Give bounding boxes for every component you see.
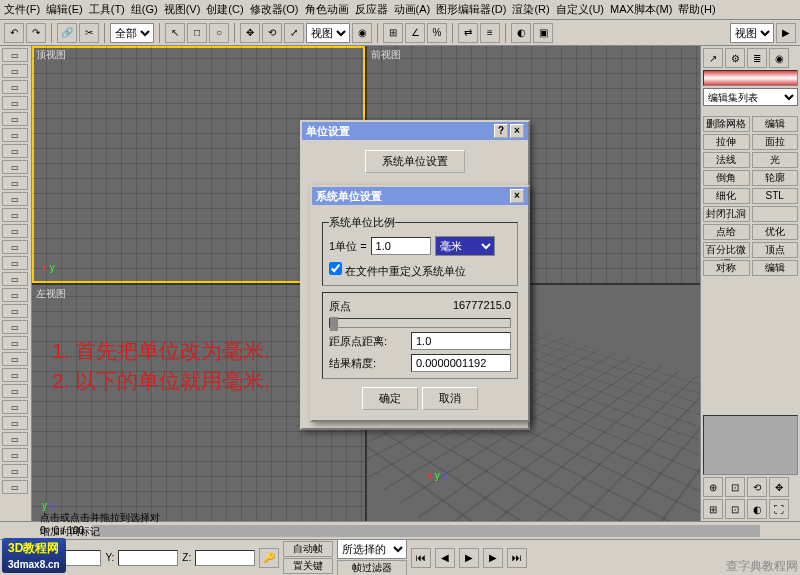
tab-icon[interactable]: ▭ xyxy=(2,448,28,462)
unit-type-select[interactable]: 毫米 xyxy=(435,236,495,256)
panel-button[interactable]: 编辑 xyxy=(752,116,799,132)
system-units-button[interactable]: 系统单位设置 xyxy=(365,150,465,173)
menu-customize[interactable]: 自定义(U) xyxy=(556,2,604,17)
menu-help[interactable]: 帮助(H) xyxy=(678,2,715,17)
tab-icon[interactable]: ▭ xyxy=(2,208,28,222)
play-icon[interactable]: ▶ xyxy=(459,548,479,568)
undo-icon[interactable]: ↶ xyxy=(4,23,24,43)
menu-tools[interactable]: 工具(T) xyxy=(89,2,125,17)
setkey-button[interactable]: 置关键 xyxy=(283,558,333,574)
panel-button[interactable]: 法线 xyxy=(703,152,750,168)
menu-character[interactable]: 角色动画 xyxy=(305,2,349,17)
timeline-track[interactable] xyxy=(92,525,760,537)
tab-icon[interactable]: ▭ xyxy=(2,384,28,398)
autokey-button[interactable]: 自动帧 xyxy=(283,541,333,557)
modifier-list[interactable]: 编辑集列表 xyxy=(703,88,798,106)
tab-icon[interactable]: ▭ xyxy=(2,80,28,94)
percent-snap-icon[interactable]: % xyxy=(427,23,447,43)
move-icon[interactable]: ✥ xyxy=(240,23,260,43)
tab-icon[interactable]: ▭ xyxy=(2,320,28,334)
selection-filter[interactable]: 全部 xyxy=(110,23,154,43)
panel-button[interactable]: 拉伸 xyxy=(703,134,750,150)
motion-tab-icon[interactable]: ◉ xyxy=(769,48,789,68)
play-icon[interactable]: ▶ xyxy=(776,23,796,43)
tab-icon[interactable]: ▭ xyxy=(2,224,28,238)
tab-icon[interactable]: ▭ xyxy=(2,480,28,494)
panel-button[interactable]: 光 xyxy=(752,152,799,168)
redefine-checkbox[interactable] xyxy=(329,262,342,275)
close-icon[interactable]: × xyxy=(510,189,524,203)
panel-button[interactable]: 百分比微调 xyxy=(703,242,750,258)
nav-icon[interactable]: ⟲ xyxy=(747,477,767,497)
select-lasso-icon[interactable]: ○ xyxy=(209,23,229,43)
tab-icon[interactable]: ▭ xyxy=(2,464,28,478)
redo-icon[interactable]: ↷ xyxy=(26,23,46,43)
help-icon[interactable]: ? xyxy=(494,124,508,138)
tab-icon[interactable]: ▭ xyxy=(2,368,28,382)
panel-button[interactable]: 优化 xyxy=(752,224,799,240)
nav-icon[interactable]: ⛶ xyxy=(769,499,789,519)
tab-icon[interactable]: ▭ xyxy=(2,352,28,366)
menu-render[interactable]: 渲染(R) xyxy=(512,2,549,17)
unit-value-input[interactable]: 1.0 xyxy=(371,237,431,255)
panel-button[interactable]: STL xyxy=(752,188,799,204)
next-frame-icon[interactable]: ▶ xyxy=(483,548,503,568)
scale-icon[interactable]: ⤢ xyxy=(284,23,304,43)
panel-button[interactable]: 点给 xyxy=(703,224,750,240)
tab-icon[interactable]: ▭ xyxy=(2,336,28,350)
material-icon[interactable]: ◐ xyxy=(511,23,531,43)
panel-button[interactable]: 编辑 xyxy=(752,260,799,276)
modify-tab-icon[interactable]: ⚙ xyxy=(725,48,745,68)
menu-view[interactable]: 视图(V) xyxy=(164,2,201,17)
menu-reactor[interactable]: 反应器 xyxy=(355,2,388,17)
tab-icon[interactable]: ▭ xyxy=(2,48,28,62)
tab-icon[interactable]: ▭ xyxy=(2,304,28,318)
tab-icon[interactable]: ▭ xyxy=(2,272,28,286)
tab-icon[interactable]: ▭ xyxy=(2,288,28,302)
key-icon[interactable]: 🔑 xyxy=(259,548,279,568)
panel-button[interactable]: 顶点 xyxy=(752,242,799,258)
panel-button[interactable]: 封闭孔洞 xyxy=(703,206,750,222)
panel-button[interactable]: 面拉 xyxy=(752,134,799,150)
menu-modifiers[interactable]: 修改器(O) xyxy=(250,2,299,17)
menu-create[interactable]: 创建(C) xyxy=(206,2,243,17)
goto-end-icon[interactable]: ⏭ xyxy=(507,548,527,568)
color-swatch[interactable] xyxy=(703,70,798,86)
panel-button[interactable]: 轮廓 xyxy=(752,170,799,186)
select-icon[interactable]: ↖ xyxy=(165,23,185,43)
filter-button[interactable]: 帧过滤器 xyxy=(337,560,407,575)
panel-button[interactable]: 细化 xyxy=(703,188,750,204)
menu-grapheditor[interactable]: 图形编辑器(D) xyxy=(436,2,506,17)
render-icon[interactable]: ▣ xyxy=(533,23,553,43)
unlink-icon[interactable]: ✂ xyxy=(79,23,99,43)
tab-icon[interactable]: ▭ xyxy=(2,112,28,126)
snap-icon[interactable]: ⊞ xyxy=(383,23,403,43)
nav-icon[interactable]: ⊞ xyxy=(703,499,723,519)
menu-animation[interactable]: 动画(A) xyxy=(394,2,431,17)
align-icon[interactable]: ≡ xyxy=(480,23,500,43)
y-coord[interactable] xyxy=(118,550,178,566)
dialog-titlebar[interactable]: 系统单位设置 × xyxy=(312,187,528,205)
tab-icon[interactable]: ▭ xyxy=(2,144,28,158)
tab-icon[interactable]: ▭ xyxy=(2,240,28,254)
z-coord[interactable] xyxy=(195,550,255,566)
tab-icon[interactable]: ▭ xyxy=(2,160,28,174)
nav-icon[interactable]: ✥ xyxy=(769,477,789,497)
dialog-titlebar[interactable]: 单位设置 ?× xyxy=(302,122,528,140)
nav-icon[interactable]: ⊕ xyxy=(703,477,723,497)
coord-system[interactable]: 视图 xyxy=(306,23,350,43)
link-icon[interactable]: 🔗 xyxy=(57,23,77,43)
tab-icon[interactable]: ▭ xyxy=(2,176,28,190)
rotate-icon[interactable]: ⟲ xyxy=(262,23,282,43)
nav-icon[interactable]: ⊡ xyxy=(725,477,745,497)
panel-button[interactable]: 倒角 xyxy=(703,170,750,186)
create-tab-icon[interactable]: ↗ xyxy=(703,48,723,68)
tab-icon[interactable]: ▭ xyxy=(2,128,28,142)
pivot-icon[interactable]: ◉ xyxy=(352,23,372,43)
nav-icon[interactable]: ◐ xyxy=(747,499,767,519)
viewport-selector[interactable]: 视图 xyxy=(730,23,774,43)
key-filter[interactable]: 所选择的 xyxy=(337,539,407,559)
menu-maxscript[interactable]: MAX脚本(M) xyxy=(610,2,672,17)
hierarchy-tab-icon[interactable]: ≣ xyxy=(747,48,767,68)
menu-group[interactable]: 组(G) xyxy=(131,2,158,17)
